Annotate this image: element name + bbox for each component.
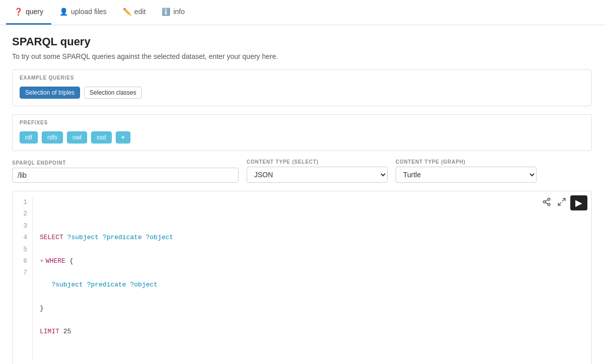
prefixes-panel: PREFIXES rdf rdfs owl xsd + xyxy=(12,114,592,151)
example-queries-body: Selection of triples Selection classes xyxy=(13,84,591,106)
tab-info[interactable]: ℹ️ info xyxy=(154,0,193,25)
code-toolbar: ▶ xyxy=(540,195,587,210)
tab-upload-files[interactable]: 👤 upload files xyxy=(51,0,115,25)
prefix-rdf[interactable]: rdf xyxy=(20,131,38,143)
content-type-graph-dropdown[interactable]: Turtle RDF/XML N-Triples JSON-LD xyxy=(396,167,537,183)
code-area[interactable]: 1 2 3 4 5 6 7 SELECT ?subject ?predicate… xyxy=(13,191,591,364)
tab-query[interactable]: ❓ query xyxy=(6,0,51,25)
sparql-endpoint-group: SPARQL ENDPOINT xyxy=(12,160,239,183)
tab-upload-files-label: upload files xyxy=(71,8,107,16)
content-type-select-dropdown[interactable]: JSON XML CSV TSV xyxy=(247,167,388,183)
prefixes-body: rdf rdfs owl xsd + xyxy=(13,128,591,151)
query-icon: ❓ xyxy=(14,8,23,16)
edit-icon: ✏️ xyxy=(123,8,131,16)
example-queries-panel: EXAMPLE QUERIES Selection of triples Sel… xyxy=(12,69,592,106)
code-content[interactable]: SELECT ?subject ?predicate ?object ▾WHER… xyxy=(33,196,591,361)
run-button[interactable]: ▶ xyxy=(570,195,587,210)
code-line-7: LIMIT 25 xyxy=(40,326,584,337)
share-button[interactable] xyxy=(540,195,553,210)
main-content: SPARQL query To try out some SPARQL quer… xyxy=(0,25,604,364)
selection-triples-button[interactable]: Selection of triples xyxy=(20,87,80,99)
content-type-select-group: CONTENT TYPE (SELECT) JSON XML CSV TSV xyxy=(247,159,388,183)
tab-edit[interactable]: ✏️ edit xyxy=(115,0,154,25)
prefix-xsd[interactable]: xsd xyxy=(91,131,112,143)
info-icon: ℹ️ xyxy=(162,8,170,16)
code-line-4: ▾WHERE { xyxy=(40,255,584,267)
tab-info-label: info xyxy=(173,8,185,16)
sparql-endpoint-label: SPARQL ENDPOINT xyxy=(12,160,239,166)
prefixes-label: PREFIXES xyxy=(13,115,591,128)
code-line-3: SELECT ?subject ?predicate ?object xyxy=(40,232,584,243)
svg-line-4 xyxy=(545,200,548,201)
navbar: ❓ query 👤 upload files ✏️ edit ℹ️ info xyxy=(0,0,604,25)
page-subtitle: To try out some SPARQL queries against t… xyxy=(12,52,592,60)
page-title: SPARQL query xyxy=(12,35,592,48)
add-prefix-button[interactable]: + xyxy=(116,131,130,143)
content-type-graph-group: CONTENT TYPE (GRAPH) Turtle RDF/XML N-Tr… xyxy=(396,159,537,183)
code-line-5: ?subject ?predicate ?object xyxy=(40,279,584,290)
svg-line-3 xyxy=(545,202,548,204)
endpoint-row: SPARQL ENDPOINT CONTENT TYPE (SELECT) JS… xyxy=(12,159,592,183)
selection-classes-button[interactable]: Selection classes xyxy=(84,87,142,99)
line-numbers: 1 2 3 4 5 6 7 xyxy=(13,196,33,361)
code-line-6: } xyxy=(40,303,584,314)
svg-line-5 xyxy=(563,198,565,201)
prefix-owl[interactable]: owl xyxy=(67,131,87,143)
content-type-select-label: CONTENT TYPE (SELECT) xyxy=(247,159,388,165)
tab-query-label: query xyxy=(26,8,43,16)
svg-line-6 xyxy=(558,203,561,205)
upload-icon: 👤 xyxy=(59,8,68,16)
code-editor: ▶ 1 2 3 4 5 6 7 SELECT ?subject ?predica… xyxy=(12,191,592,364)
example-queries-label: EXAMPLE QUERIES xyxy=(13,70,591,84)
sparql-endpoint-input[interactable] xyxy=(12,168,239,183)
content-type-graph-label: CONTENT TYPE (GRAPH) xyxy=(396,159,537,165)
prefix-rdfs[interactable]: rdfs xyxy=(42,131,63,143)
tab-edit-label: edit xyxy=(134,8,146,16)
fullscreen-button[interactable] xyxy=(555,195,568,210)
